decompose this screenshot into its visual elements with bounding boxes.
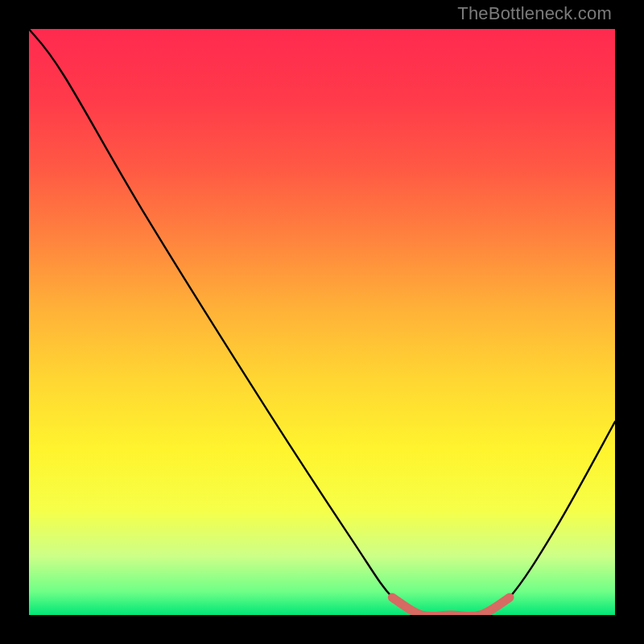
- chart-svg: [29, 29, 615, 615]
- watermark-text: TheBottleneck.com: [457, 3, 612, 24]
- curve-line: [29, 29, 615, 615]
- curve-highlight: [392, 597, 510, 615]
- chart-frame: [29, 29, 615, 615]
